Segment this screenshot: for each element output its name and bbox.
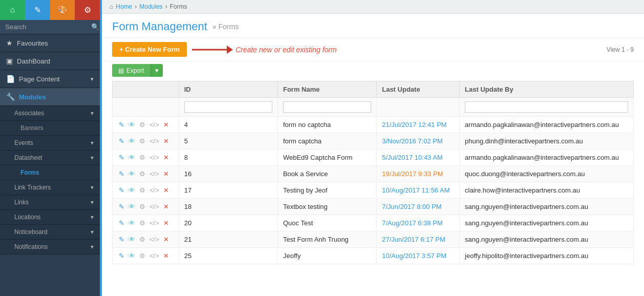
delete-icon[interactable]: ✕ [162, 202, 170, 211]
view-icon[interactable]: 👁 [127, 137, 136, 145]
delete-icon[interactable]: ✕ [162, 153, 170, 162]
delete-icon[interactable]: ✕ [162, 235, 170, 244]
row-form-name: WebEd9 Captcha Form [277, 150, 376, 166]
sidebar-item-banners[interactable]: Banners [0, 121, 100, 136]
action-icons: ✎ 👁 ⚙ </> ✕ [118, 170, 174, 178]
table-header-row: ID Form Name Last Update Last Update By [113, 81, 634, 98]
code-icon[interactable]: </> [148, 120, 160, 129]
home-icon-btn[interactable]: ⌂ [0, 0, 25, 20]
edit-icon[interactable]: ✎ [118, 235, 125, 244]
sidebar-item-locations[interactable]: Locations ▾ [0, 210, 100, 225]
banners-label: Banners [20, 124, 44, 132]
sidebar-item-forms[interactable]: Forms [0, 165, 100, 180]
sidebar-item-favourites[interactable]: ★ Favourites [0, 34, 100, 52]
delete-icon[interactable]: ✕ [162, 120, 170, 129]
filter-last-update-by[interactable] [460, 98, 634, 117]
edit-icon[interactable]: ✎ [118, 251, 125, 260]
chevron-down-icon: ▾ [91, 110, 94, 117]
sidebar-item-events[interactable]: Events ▾ [0, 136, 100, 151]
view-icon[interactable]: 👁 [127, 251, 136, 260]
edit-icon[interactable]: ✎ [118, 153, 125, 162]
code-icon[interactable]: </> [148, 186, 160, 195]
delete-icon[interactable]: ✕ [162, 219, 170, 227]
sidebar-item-noticeboard[interactable]: Noticeboard ▾ [0, 225, 100, 240]
search-input[interactable] [5, 23, 91, 31]
edit-icon-btn[interactable]: ✎ [25, 0, 50, 20]
filter-name-input[interactable] [283, 101, 371, 113]
code-icon[interactable]: </> [148, 170, 160, 178]
edit-icon[interactable]: ✎ [118, 202, 125, 211]
search-box[interactable]: 🔍 [0, 20, 100, 34]
code-icon[interactable]: </> [148, 219, 160, 227]
sidebar-item-notifications[interactable]: Notifications ▾ [0, 240, 100, 255]
sidebar-item-link-trackers[interactable]: Link Trackers ▾ [0, 180, 100, 195]
sidebar-item-label: Favourites [17, 39, 48, 47]
row-last-update-by: quoc.duong@interactivepartners.com.au [460, 166, 634, 182]
row-form-name: Book a Service [277, 166, 376, 182]
delete-icon[interactable]: ✕ [162, 170, 170, 178]
view-icon[interactable]: 👁 [127, 120, 136, 129]
sidebar: ⌂ ✎ 🎨 ⚙ 🔍 ★ Favourites ▣ DashBoard 📄 Pag… [0, 0, 100, 296]
delete-icon[interactable]: ✕ [162, 186, 170, 195]
cog-icon[interactable]: ⚙ [138, 186, 146, 195]
code-icon[interactable]: </> [148, 235, 160, 244]
cog-icon[interactable]: ⚙ [138, 120, 146, 129]
export-dropdown-button[interactable]: ▾ [151, 64, 163, 77]
sidebar-item-label: DashBoard [17, 57, 50, 65]
row-actions: ✎ 👁 ⚙ </> ✕ [113, 199, 179, 215]
view-icon[interactable]: 👁 [127, 170, 136, 178]
breadcrumb-modules-link[interactable]: Modules [139, 3, 162, 10]
row-form-name: Quoc Test [277, 215, 376, 231]
breadcrumb-sep2: › [165, 3, 167, 10]
cog-icon[interactable]: ⚙ [138, 202, 146, 211]
cog-icon[interactable]: ⚙ [138, 235, 146, 244]
export-button[interactable]: ▤ Export [112, 64, 151, 77]
view-icon[interactable]: 👁 [127, 186, 136, 195]
search-icon[interactable]: 🔍 [91, 23, 99, 31]
cog-icon[interactable]: ⚙ [138, 153, 146, 162]
chevron-down-icon: ▾ [91, 214, 94, 221]
cog-icon[interactable]: ⚙ [138, 251, 146, 260]
create-new-form-button[interactable]: + Create New Form [112, 42, 187, 57]
table-row: ✎ 👁 ⚙ </> ✕ 8WebEd9 Captcha Form5/Jul/20… [113, 150, 634, 166]
cog-icon[interactable]: ⚙ [138, 137, 146, 145]
arrow-right-icon [192, 44, 233, 56]
settings-icon-btn[interactable]: ⚙ [75, 0, 100, 20]
view-icon[interactable]: 👁 [127, 153, 136, 162]
row-last-update: 19/Jul/2017 9:33 PM [377, 166, 460, 182]
code-icon[interactable]: </> [148, 251, 160, 260]
cog-icon[interactable]: ⚙ [138, 170, 146, 178]
edit-icon[interactable]: ✎ [118, 219, 125, 227]
breadcrumb-home-link[interactable]: Home [116, 3, 132, 10]
table-row: ✎ 👁 ⚙ </> ✕ 16Book a Service19/Jul/2017 … [113, 166, 634, 182]
delete-icon[interactable]: ✕ [162, 137, 170, 145]
sidebar-item-associates[interactable]: Associates ▾ [0, 106, 100, 121]
palette-icon-btn[interactable]: 🎨 [50, 0, 75, 20]
filter-id-input[interactable] [184, 101, 272, 113]
sidebar-item-modules[interactable]: 🔧 Modules [0, 88, 100, 106]
filter-updater-input[interactable] [465, 101, 628, 113]
events-label: Events [14, 139, 33, 146]
sidebar-item-links[interactable]: Links ▾ [0, 195, 100, 210]
code-icon[interactable]: </> [148, 202, 160, 211]
view-icon[interactable]: 👁 [127, 202, 136, 211]
code-icon[interactable]: </> [148, 153, 160, 162]
sidebar-item-dashboard[interactable]: ▣ DashBoard [0, 52, 100, 70]
edit-icon[interactable]: ✎ [118, 137, 125, 145]
row-form-name: form no captcha [277, 117, 376, 133]
sidebar-item-label: Page Content [19, 75, 60, 83]
page-header: Form Management » Forms [102, 14, 644, 38]
filter-form-name[interactable] [277, 98, 376, 117]
edit-icon[interactable]: ✎ [118, 170, 125, 178]
view-icon[interactable]: 👁 [127, 219, 136, 227]
view-icon[interactable]: 👁 [127, 235, 136, 244]
filter-id[interactable] [179, 98, 277, 117]
code-icon[interactable]: </> [148, 137, 160, 145]
sidebar-item-datasheet[interactable]: Datasheet ▾ [0, 151, 100, 165]
cog-icon[interactable]: ⚙ [138, 219, 146, 227]
edit-icon[interactable]: ✎ [118, 186, 125, 195]
edit-icon[interactable]: ✎ [118, 120, 125, 129]
sidebar-item-page-content[interactable]: 📄 Page Content ▾ [0, 70, 100, 88]
delete-icon[interactable]: ✕ [162, 251, 170, 260]
forms-table: ID Form Name Last Update Last Update By [112, 81, 634, 264]
